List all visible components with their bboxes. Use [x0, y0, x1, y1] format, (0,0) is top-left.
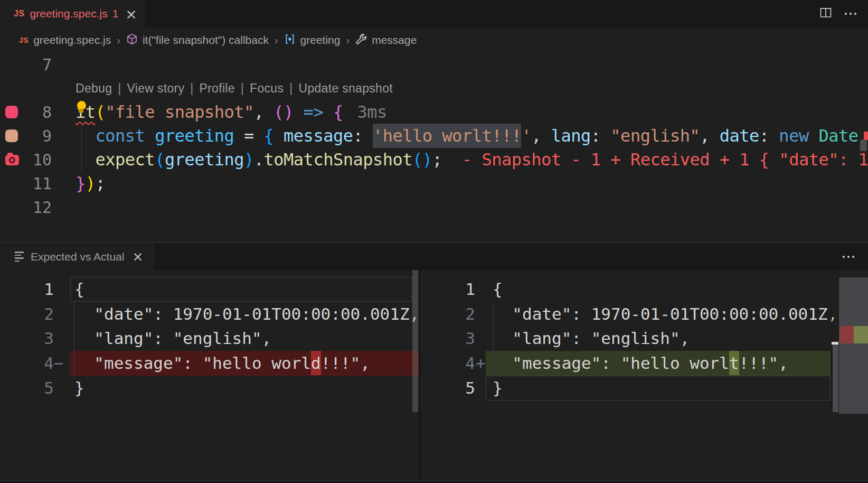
js-file-icon: JS	[19, 36, 29, 44]
codelens-link[interactable]: View story	[127, 81, 185, 95]
overview-error-marker	[864, 132, 868, 140]
codelens-separator: |	[241, 81, 244, 95]
diff-line-2: 2 "date": 1970-01-01T00:00:00.001Z,	[0, 302, 419, 327]
diff-list-icon	[15, 252, 24, 262]
diff-sign: +	[476, 351, 486, 376]
diff-code-text: {	[74, 277, 84, 302]
diff-line-number: 1	[0, 277, 54, 302]
line-number: 7	[0, 53, 52, 77]
close-tab-icon[interactable]: ×	[125, 7, 137, 21]
current-line-highlight	[486, 376, 831, 401]
diff-line-number: 2	[421, 302, 475, 327]
editor-actions	[819, 0, 856, 27]
diff-line-3: 3 "lang": "english",	[421, 326, 868, 351]
symbol-property-icon	[355, 33, 367, 48]
diff-code-text: "message": "hello worlt!!!",	[493, 351, 788, 376]
line-number: 9	[0, 124, 52, 148]
diff-actual-pane[interactable]: 1{2 "date": 1970-01-01T00:00:00.001Z,3 "…	[421, 270, 868, 483]
breadcrumb: JS greeting.spec.js › it("file snapshot"…	[0, 27, 868, 53]
diff-line-5: 5}	[421, 376, 868, 401]
breadcrumb-item-file[interactable]: JS greeting.spec.js	[19, 34, 111, 47]
diff-line-4: 4− "message": "hello world!!!",	[0, 351, 419, 376]
codelens-link[interactable]: Update snapshot	[299, 81, 393, 95]
line-number: 8	[0, 100, 52, 124]
diff-line-number: 5	[421, 376, 475, 401]
code-line-9: 9 const greeting = { message: 'hello wor…	[0, 124, 868, 148]
chevron-right-icon: ›	[275, 34, 278, 47]
diff-code-text: "lang": "english",	[493, 326, 690, 351]
changed-char-highlight: d	[311, 351, 321, 375]
lightbulb-icon[interactable]	[77, 101, 86, 110]
codelens-row: Debug|View story|Profile|Focus|Update sn…	[0, 77, 868, 100]
editor-tab-bar: JS greeting.spec.js 1 ×	[0, 0, 868, 27]
overview-ruler-top	[839, 270, 868, 277]
overview-ruler-bottom	[832, 414, 868, 483]
codelens-link[interactable]: Focus	[250, 81, 284, 95]
diff-code-text: "date": 1970-01-01T00:00:00.001Z,	[74, 302, 419, 327]
breadcrumb-label: greeting.spec.js	[33, 34, 111, 47]
codelens-separator: |	[118, 81, 121, 95]
line-number: 10	[0, 148, 52, 172]
diff-line-5: 5}	[0, 376, 419, 401]
right-pane-scrollbar[interactable]	[833, 345, 838, 412]
close-panel-icon[interactable]: ×	[132, 250, 143, 263]
code-text: });	[76, 172, 105, 196]
breadcrumb-item-message[interactable]: message	[355, 33, 417, 48]
changed-char-highlight: t	[729, 351, 739, 375]
overview-ruler-slider[interactable]	[839, 277, 868, 414]
diff-line-2: 2 "date": 1970-01-01T00:00:00.001Z,	[421, 302, 868, 327]
code-line-11: 11});	[0, 172, 868, 196]
codelens-link[interactable]: Debug	[76, 81, 112, 95]
symbol-object-icon	[284, 33, 296, 48]
js-file-icon: JS	[14, 9, 25, 18]
diff-line-4: 4+ "message": "hello worlt!!!",	[421, 351, 868, 376]
diff-code-text: "lang": "english",	[74, 326, 271, 351]
tab-label: greeting.spec.js	[30, 7, 108, 20]
breadcrumb-item-greeting[interactable]: greeting	[284, 33, 341, 48]
diff-expected-pane[interactable]: 1{2 "date": 1970-01-01T00:00:00.001Z,3 "…	[0, 270, 419, 483]
diff-code-text: {	[493, 277, 503, 302]
diff-code-text: "date": 1970-01-01T00:00:00.001Z,	[493, 302, 837, 327]
code-line-8: 8it("file snapshot", () => { 3ms	[0, 100, 868, 124]
vscode-window: JS greeting.spec.js 1 × JS greeting.spec…	[0, 0, 868, 483]
diff-line-1: 1{	[421, 277, 868, 302]
diff-code-text: }	[493, 376, 503, 401]
code-line-7: 7	[0, 53, 868, 77]
diff-line-number: 1	[421, 277, 475, 302]
diff-line-number: 5	[0, 376, 54, 401]
diff-line-number: 4	[421, 351, 475, 376]
more-actions-icon[interactable]	[845, 13, 856, 15]
chevron-right-icon: ›	[117, 34, 120, 47]
diff-editor: 1{2 "date": 1970-01-01T00:00:00.001Z,3 "…	[0, 270, 868, 483]
diff-line-number: 2	[0, 302, 54, 327]
diff-code-text: "message": "hello world!!!",	[74, 351, 370, 376]
left-pane-scrollbar[interactable]	[412, 270, 418, 412]
tab-greeting-spec-js[interactable]: JS greeting.spec.js 1 ×	[0, 0, 145, 27]
codelens-separator: |	[190, 81, 193, 95]
editor-scrollbar[interactable]	[860, 140, 867, 151]
line-number: 12	[0, 196, 52, 219]
breadcrumb-label: greeting	[300, 34, 341, 47]
panel-tab-expected-vs-actual[interactable]: Expected vs Actual ×	[0, 243, 154, 270]
split-editor-icon[interactable]	[819, 6, 832, 21]
pane-divider[interactable]	[419, 270, 421, 483]
breadcrumb-item-it-callback[interactable]: it("file snapshot") callback	[126, 33, 269, 48]
diff-line-number: 4	[0, 351, 54, 376]
tab-error-count: 1	[112, 7, 119, 20]
indent-guide	[81, 124, 82, 172]
code-editor[interactable]: 7Debug|View story|Profile|Focus|Update s…	[0, 53, 868, 242]
codelens-separator: |	[289, 81, 293, 95]
diff-code-text: }	[74, 376, 84, 401]
panel-tab-title: Expected vs Actual	[31, 250, 124, 263]
indent-guide	[74, 302, 74, 376]
codelens: Debug|View story|Profile|Focus|Update sn…	[76, 77, 393, 100]
overview-removed-marker	[839, 326, 854, 343]
codelens-link[interactable]: Profile	[200, 81, 235, 95]
code-line-12: 12	[0, 196, 868, 219]
breadcrumb-label: message	[372, 34, 417, 47]
panel-more-actions-icon[interactable]	[843, 243, 854, 270]
diff-sign: −	[54, 351, 64, 376]
diff-line-3: 3 "lang": "english",	[0, 326, 419, 351]
breadcrumb-label: it("file snapshot") callback	[143, 34, 269, 47]
statusbar-sliver	[0, 481, 868, 483]
